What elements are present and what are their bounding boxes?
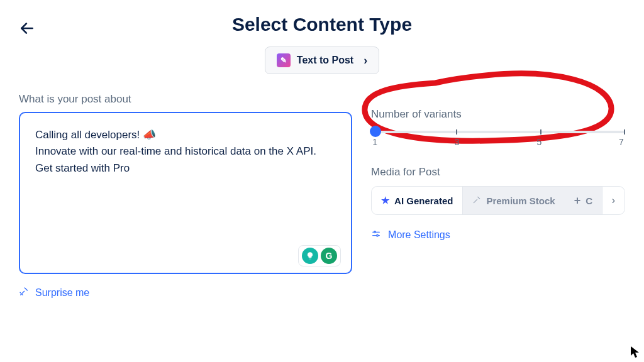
wand-icon — [472, 195, 481, 206]
assist-icon[interactable] — [302, 248, 318, 264]
page-title: Select Content Type — [0, 0, 644, 35]
text-to-post-icon — [277, 53, 291, 67]
content-type-label: Text to Post — [297, 55, 353, 66]
media-tab-premium-stock[interactable]: Premium Stock — [463, 187, 564, 214]
variants-slider[interactable]: 1 3 5 7 — [371, 129, 625, 147]
media-tabs: ★ AI Generated Premium Stock + C › — [371, 186, 625, 215]
svg-point-3 — [374, 231, 376, 233]
arrow-left-icon — [19, 20, 35, 36]
content-type-selector[interactable]: Text to Post › — [265, 47, 379, 74]
variants-label: Number of variants — [371, 108, 625, 121]
slider-thumb[interactable] — [370, 126, 381, 137]
media-tabs-scroll-right[interactable]: › — [602, 187, 625, 214]
plus-icon: + — [574, 194, 581, 207]
sliders-icon — [371, 229, 381, 241]
surprise-me-button[interactable]: Surprise me — [19, 287, 352, 299]
chevron-right-icon: › — [364, 54, 367, 67]
media-tab-label: C — [586, 195, 592, 206]
chevron-right-icon: › — [612, 195, 615, 206]
slider-tick-labels: 1 3 5 7 — [371, 137, 625, 147]
star-icon: ★ — [381, 195, 389, 206]
page-root: Select Content Type Text to Post › What … — [0, 0, 644, 362]
mouse-cursor-icon — [630, 346, 640, 358]
slider-track — [371, 131, 625, 133]
grammarly-icon[interactable]: G — [321, 248, 337, 264]
media-tab-label: AI Generated — [394, 195, 453, 206]
more-settings-label: More Settings — [388, 229, 450, 241]
media-tab-label: Premium Stock — [486, 195, 555, 206]
writing-assist-badges: G — [298, 245, 341, 266]
tick-5: 5 — [536, 137, 541, 147]
surprise-me-label: Surprise me — [35, 287, 89, 299]
svg-point-4 — [377, 234, 379, 236]
more-settings-button[interactable]: More Settings — [371, 229, 625, 241]
wand-icon — [19, 287, 29, 299]
tick-7: 7 — [619, 137, 624, 147]
tick-1: 1 — [372, 137, 377, 147]
post-about-label: What is your post about — [19, 93, 352, 106]
tick-3: 3 — [455, 137, 460, 147]
back-button[interactable] — [19, 20, 35, 36]
media-tab-ai-generated[interactable]: ★ AI Generated — [372, 187, 463, 214]
media-label: Media for Post — [371, 166, 625, 178]
media-tab-create[interactable]: + C — [565, 187, 602, 214]
